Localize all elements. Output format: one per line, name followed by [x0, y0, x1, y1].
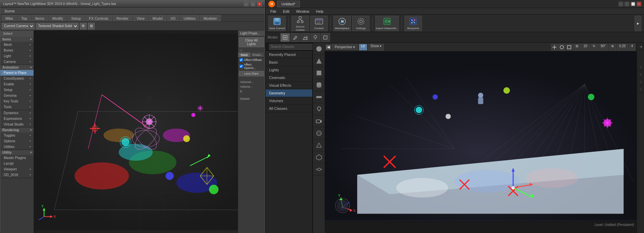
affect-opengl-check[interactable]: Affect OpenG... — [238, 62, 265, 70]
sidebar-item-genoma[interactable]: Genoma▾ — [0, 93, 34, 98]
vp-perspective-select[interactable]: Perspective ▾ — [332, 44, 358, 50]
icon-light[interactable] — [313, 103, 325, 115]
cat-cinematic[interactable]: Cinematic — [266, 74, 312, 82]
icon-cone[interactable] — [313, 55, 325, 67]
ue-menu-file[interactable]: File — [267, 9, 280, 14]
affect-opengl-checkbox[interactable] — [239, 65, 243, 68]
sidebar-item-toggles[interactable]: Toggles▾ — [0, 133, 34, 138]
cat-lights[interactable]: Lights — [266, 66, 312, 74]
ue-3d-viewport[interactable]: ◀ Perspective ▾ Lit Show ▾ — [325, 43, 637, 233]
layout-icon-btn[interactable]: ⊞ — [88, 23, 95, 29]
cat-geometry[interactable]: Geometry — [266, 89, 312, 97]
tab-modeler[interactable]: Modeler — [200, 15, 221, 21]
lw-maximize-btn[interactable]: □ — [251, 2, 255, 6]
sidebar-item-camera[interactable]: Camera▾ — [0, 59, 34, 65]
ue-close-btn[interactable]: ✕ — [637, 2, 641, 6]
sidebar-item-tools[interactable]: Tools▾ — [0, 104, 34, 110]
cat-volumes[interactable]: Volumes — [266, 97, 312, 105]
sidebar-item-od2018[interactable]: OD_2018▾ — [0, 172, 34, 178]
icon-plane[interactable] — [313, 91, 325, 103]
sidebar-item-setup[interactable]: Setup▾ — [0, 87, 34, 93]
vp-angle-value[interactable]: 90° — [598, 44, 608, 51]
search-input[interactable] — [269, 44, 315, 50]
mode-foliage-btn[interactable] — [311, 33, 320, 42]
tab-top[interactable]: Top — [17, 15, 31, 21]
icon-camera[interactable] — [313, 115, 325, 127]
tab-io[interactable]: I/O — [167, 15, 179, 21]
icon-cone2[interactable] — [313, 139, 325, 151]
sidebar-item-key-tools[interactable]: Key Tools▾ — [0, 98, 34, 104]
lens-flare-btn[interactable]: Lens Flare — [239, 71, 264, 76]
marketplace-btn[interactable]: M Marketplace — [333, 16, 351, 31]
sidebar-item-enable[interactable]: Enable▾ — [0, 81, 34, 87]
ue-3d-scene[interactable]: X Y — [325, 52, 637, 221]
icon-cube[interactable] — [313, 67, 325, 79]
toolbar-expand-btn[interactable]: ▶ — [635, 16, 641, 31]
vp-rotate-btn[interactable] — [558, 44, 565, 51]
save-current-btn[interactable]: Save Current — [268, 16, 286, 31]
affect-diffuse-check[interactable]: Affect Diffuse — [238, 58, 265, 62]
sidebar-item-utilities[interactable]: Utilities▾ — [0, 144, 34, 150]
vp-scale-btn[interactable] — [566, 44, 573, 51]
vp-translate-btn[interactable] — [551, 44, 558, 51]
vp-angle-snap-btn[interactable]: ↻ — [590, 44, 598, 51]
ue-menu-window[interactable]: Window — [293, 9, 313, 14]
sidebar-item-virtual-studio[interactable]: Virtual Studio▾ — [0, 122, 34, 127]
settings-icon-btn[interactable]: ⚙ — [80, 23, 87, 29]
tab-mike[interactable]: Mike — [2, 15, 17, 21]
ue-menu-edit[interactable]: Edit — [280, 9, 293, 14]
right-panel-btn-3[interactable]: + — [637, 71, 644, 78]
source-control-btn[interactable]: Source Control — [291, 16, 309, 31]
ue-maximize-btn[interactable]: ⬜ — [631, 2, 635, 6]
vp-lit-btn[interactable]: Lit — [359, 44, 367, 51]
cat-basic[interactable]: Basic — [266, 59, 312, 66]
mode-place-btn[interactable] — [280, 33, 290, 42]
right-panel-btn-1[interactable]: ◀ — [637, 43, 644, 50]
blueprints-btn[interactable]: Blueprints — [405, 16, 422, 31]
lw-menu-scene[interactable]: Scene — [2, 8, 17, 14]
vp-arrow-btn[interactable]: ◀ — [326, 45, 331, 50]
vp-show-btn[interactable]: Show ▾ — [368, 44, 384, 51]
sidebar-item-master-plugins[interactable]: Master Plugins — [0, 155, 34, 161]
sidebar-item-dynamics[interactable]: Dynamics▾ — [0, 110, 34, 116]
right-panel-btn-2[interactable]: + — [637, 64, 644, 71]
icon-cylinder[interactable] — [313, 79, 325, 91]
ue-tab[interactable]: Untitled* — [277, 1, 300, 7]
vp-zoom-btn[interactable]: ⊕ — [609, 44, 616, 51]
clear-all-lights-btn[interactable]: Clear All Lights — [239, 37, 264, 47]
mode-paint-btn[interactable] — [290, 33, 300, 42]
tab-setup[interactable]: Setup — [67, 15, 85, 21]
icon-sphere2[interactable] — [313, 127, 325, 139]
camera-select[interactable]: Current Camera — [2, 23, 35, 29]
mode-mesh-paint-btn[interactable] — [321, 33, 330, 42]
render-mode-select[interactable]: Textured Shaded Solid — [36, 23, 78, 29]
items-section-header[interactable]: Items ▾ — [0, 37, 34, 42]
sidebar-item-bones[interactable]: Bones▾ — [0, 48, 34, 53]
lw-minimize-btn[interactable]: ─ — [244, 2, 249, 6]
cat-recently-placed[interactable]: Recently Placed — [266, 51, 312, 59]
sidebar-item-parent-in-place[interactable]: Parent in Place — [0, 70, 34, 76]
sidebar-item-mesh[interactable]: Mesh▾ — [0, 42, 34, 48]
tab-view[interactable]: View — [133, 15, 148, 21]
tab-items[interactable]: Items — [32, 15, 48, 21]
settings-btn[interactable]: Settings — [352, 16, 370, 31]
cat-visual-effects[interactable]: Visual Effects — [266, 82, 312, 89]
lp-tab-shadow[interactable]: Shado... — [251, 53, 265, 57]
select-btn[interactable]: Select — [0, 30, 34, 37]
ue-minimize-btn[interactable]: ─ — [619, 2, 623, 6]
content-btn[interactable]: Content — [310, 16, 328, 31]
mode-landscape-btn[interactable] — [301, 33, 310, 42]
cat-all-classes[interactable]: All Classes — [266, 105, 312, 112]
vp-grid-size[interactable]: 10 — [581, 44, 590, 51]
sidebar-item-expressions[interactable]: Expressions▾ — [0, 116, 34, 122]
affect-diffuse-checkbox[interactable] — [239, 58, 243, 62]
tab-model[interactable]: Model — [149, 15, 166, 21]
lw-close-btn[interactable]: ✕ — [257, 2, 262, 6]
vp-grid-snap-btn[interactable]: ⊞ — [573, 44, 581, 51]
utility-section-header[interactable]: Utility ▾ — [0, 150, 34, 155]
icon-sphere[interactable] — [313, 43, 325, 55]
icon-box[interactable] — [313, 151, 325, 163]
ue-restore-btn[interactable]: □ — [625, 2, 629, 6]
sidebar-item-lscript[interactable]: Lscript — [0, 161, 34, 166]
lp-tab-basic[interactable]: Basic — [238, 53, 251, 57]
